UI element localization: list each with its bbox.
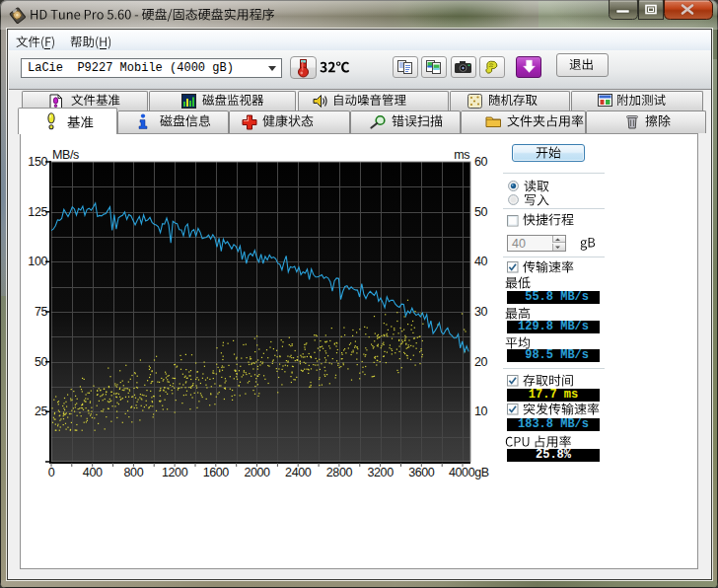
svg-text:75: 75: [35, 305, 48, 319]
svg-text:2400: 2400: [285, 466, 312, 479]
svg-text:0: 0: [48, 466, 55, 479]
svg-text:1200: 1200: [162, 466, 188, 479]
svg-text:800: 800: [124, 466, 144, 479]
svg-text:100: 100: [28, 255, 47, 268]
svg-text:25: 25: [35, 404, 48, 418]
svg-text:400: 400: [83, 466, 103, 479]
svg-text:10: 10: [474, 404, 488, 418]
svg-text:40: 40: [474, 255, 488, 268]
svg-text:125: 125: [28, 205, 47, 219]
svg-text:ms: ms: [454, 148, 469, 162]
svg-text:50: 50: [474, 205, 488, 219]
svg-text:MB/s: MB/s: [52, 148, 79, 162]
svg-text:20: 20: [474, 355, 488, 369]
svg-text:60: 60: [474, 155, 488, 169]
svg-text:2000: 2000: [244, 466, 270, 479]
svg-text:30: 30: [474, 305, 488, 319]
svg-text:4000gB: 4000gB: [449, 466, 489, 479]
svg-text:150: 150: [28, 155, 47, 169]
svg-text:2800: 2800: [326, 466, 353, 479]
svg-text:50: 50: [35, 355, 48, 369]
svg-text:3200: 3200: [367, 466, 394, 479]
svg-text:1600: 1600: [203, 466, 230, 479]
svg-text:3600: 3600: [408, 466, 435, 479]
